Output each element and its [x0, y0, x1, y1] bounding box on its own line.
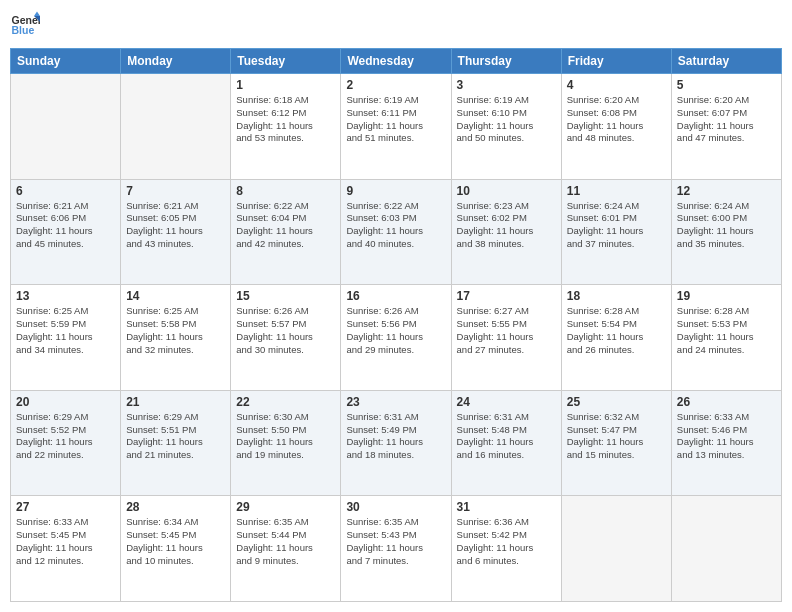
day-info: Sunrise: 6:32 AM Sunset: 5:47 PM Dayligh…: [567, 411, 666, 462]
day-number: 31: [457, 500, 556, 514]
calendar-cell: 17Sunrise: 6:27 AM Sunset: 5:55 PM Dayli…: [451, 285, 561, 391]
calendar-cell: 29Sunrise: 6:35 AM Sunset: 5:44 PM Dayli…: [231, 496, 341, 602]
calendar-table: SundayMondayTuesdayWednesdayThursdayFrid…: [10, 48, 782, 602]
weekday-header-monday: Monday: [121, 49, 231, 74]
calendar-cell: 14Sunrise: 6:25 AM Sunset: 5:58 PM Dayli…: [121, 285, 231, 391]
day-info: Sunrise: 6:20 AM Sunset: 6:07 PM Dayligh…: [677, 94, 776, 145]
day-info: Sunrise: 6:21 AM Sunset: 6:06 PM Dayligh…: [16, 200, 115, 251]
calendar-cell: 7Sunrise: 6:21 AM Sunset: 6:05 PM Daylig…: [121, 179, 231, 285]
day-number: 7: [126, 184, 225, 198]
calendar-cell: 11Sunrise: 6:24 AM Sunset: 6:01 PM Dayli…: [561, 179, 671, 285]
day-info: Sunrise: 6:33 AM Sunset: 5:46 PM Dayligh…: [677, 411, 776, 462]
day-info: Sunrise: 6:26 AM Sunset: 5:57 PM Dayligh…: [236, 305, 335, 356]
week-row-4: 20Sunrise: 6:29 AM Sunset: 5:52 PM Dayli…: [11, 390, 782, 496]
day-number: 21: [126, 395, 225, 409]
day-info: Sunrise: 6:27 AM Sunset: 5:55 PM Dayligh…: [457, 305, 556, 356]
day-info: Sunrise: 6:29 AM Sunset: 5:51 PM Dayligh…: [126, 411, 225, 462]
day-info: Sunrise: 6:22 AM Sunset: 6:04 PM Dayligh…: [236, 200, 335, 251]
day-number: 17: [457, 289, 556, 303]
calendar-cell: 13Sunrise: 6:25 AM Sunset: 5:59 PM Dayli…: [11, 285, 121, 391]
day-number: 28: [126, 500, 225, 514]
weekday-header-wednesday: Wednesday: [341, 49, 451, 74]
calendar-cell: 28Sunrise: 6:34 AM Sunset: 5:45 PM Dayli…: [121, 496, 231, 602]
week-row-5: 27Sunrise: 6:33 AM Sunset: 5:45 PM Dayli…: [11, 496, 782, 602]
calendar-cell: [121, 74, 231, 180]
day-number: 26: [677, 395, 776, 409]
calendar-cell: 6Sunrise: 6:21 AM Sunset: 6:06 PM Daylig…: [11, 179, 121, 285]
day-number: 2: [346, 78, 445, 92]
calendar-cell: 18Sunrise: 6:28 AM Sunset: 5:54 PM Dayli…: [561, 285, 671, 391]
day-info: Sunrise: 6:31 AM Sunset: 5:48 PM Dayligh…: [457, 411, 556, 462]
day-number: 3: [457, 78, 556, 92]
day-number: 24: [457, 395, 556, 409]
day-info: Sunrise: 6:23 AM Sunset: 6:02 PM Dayligh…: [457, 200, 556, 251]
day-info: Sunrise: 6:33 AM Sunset: 5:45 PM Dayligh…: [16, 516, 115, 567]
day-number: 16: [346, 289, 445, 303]
logo: General Blue: [10, 10, 40, 40]
day-info: Sunrise: 6:20 AM Sunset: 6:08 PM Dayligh…: [567, 94, 666, 145]
calendar-cell: 15Sunrise: 6:26 AM Sunset: 5:57 PM Dayli…: [231, 285, 341, 391]
day-info: Sunrise: 6:21 AM Sunset: 6:05 PM Dayligh…: [126, 200, 225, 251]
day-number: 6: [16, 184, 115, 198]
day-info: Sunrise: 6:36 AM Sunset: 5:42 PM Dayligh…: [457, 516, 556, 567]
day-info: Sunrise: 6:35 AM Sunset: 5:44 PM Dayligh…: [236, 516, 335, 567]
weekday-header-thursday: Thursday: [451, 49, 561, 74]
calendar-cell: 26Sunrise: 6:33 AM Sunset: 5:46 PM Dayli…: [671, 390, 781, 496]
calendar-cell: 5Sunrise: 6:20 AM Sunset: 6:07 PM Daylig…: [671, 74, 781, 180]
calendar-cell: 24Sunrise: 6:31 AM Sunset: 5:48 PM Dayli…: [451, 390, 561, 496]
day-number: 1: [236, 78, 335, 92]
day-number: 5: [677, 78, 776, 92]
day-info: Sunrise: 6:22 AM Sunset: 6:03 PM Dayligh…: [346, 200, 445, 251]
calendar-cell: 9Sunrise: 6:22 AM Sunset: 6:03 PM Daylig…: [341, 179, 451, 285]
calendar-cell: 12Sunrise: 6:24 AM Sunset: 6:00 PM Dayli…: [671, 179, 781, 285]
day-number: 30: [346, 500, 445, 514]
day-info: Sunrise: 6:25 AM Sunset: 5:59 PM Dayligh…: [16, 305, 115, 356]
day-number: 14: [126, 289, 225, 303]
day-info: Sunrise: 6:29 AM Sunset: 5:52 PM Dayligh…: [16, 411, 115, 462]
day-number: 27: [16, 500, 115, 514]
day-number: 18: [567, 289, 666, 303]
header: General Blue: [10, 10, 782, 40]
day-info: Sunrise: 6:19 AM Sunset: 6:10 PM Dayligh…: [457, 94, 556, 145]
day-number: 11: [567, 184, 666, 198]
week-row-2: 6Sunrise: 6:21 AM Sunset: 6:06 PM Daylig…: [11, 179, 782, 285]
weekday-header-sunday: Sunday: [11, 49, 121, 74]
day-number: 20: [16, 395, 115, 409]
weekday-header-friday: Friday: [561, 49, 671, 74]
day-info: Sunrise: 6:28 AM Sunset: 5:53 PM Dayligh…: [677, 305, 776, 356]
calendar-cell: 22Sunrise: 6:30 AM Sunset: 5:50 PM Dayli…: [231, 390, 341, 496]
week-row-3: 13Sunrise: 6:25 AM Sunset: 5:59 PM Dayli…: [11, 285, 782, 391]
day-number: 4: [567, 78, 666, 92]
calendar-cell: 19Sunrise: 6:28 AM Sunset: 5:53 PM Dayli…: [671, 285, 781, 391]
day-number: 19: [677, 289, 776, 303]
day-info: Sunrise: 6:19 AM Sunset: 6:11 PM Dayligh…: [346, 94, 445, 145]
day-info: Sunrise: 6:24 AM Sunset: 6:00 PM Dayligh…: [677, 200, 776, 251]
day-info: Sunrise: 6:30 AM Sunset: 5:50 PM Dayligh…: [236, 411, 335, 462]
page: General Blue SundayMondayTuesdayWednesda…: [0, 0, 792, 612]
day-info: Sunrise: 6:18 AM Sunset: 6:12 PM Dayligh…: [236, 94, 335, 145]
calendar-cell: 31Sunrise: 6:36 AM Sunset: 5:42 PM Dayli…: [451, 496, 561, 602]
svg-text:Blue: Blue: [12, 24, 35, 36]
calendar-cell: 3Sunrise: 6:19 AM Sunset: 6:10 PM Daylig…: [451, 74, 561, 180]
calendar-cell: 1Sunrise: 6:18 AM Sunset: 6:12 PM Daylig…: [231, 74, 341, 180]
calendar-cell: [561, 496, 671, 602]
day-number: 15: [236, 289, 335, 303]
calendar-cell: 30Sunrise: 6:35 AM Sunset: 5:43 PM Dayli…: [341, 496, 451, 602]
day-info: Sunrise: 6:25 AM Sunset: 5:58 PM Dayligh…: [126, 305, 225, 356]
day-info: Sunrise: 6:26 AM Sunset: 5:56 PM Dayligh…: [346, 305, 445, 356]
calendar-cell: 16Sunrise: 6:26 AM Sunset: 5:56 PM Dayli…: [341, 285, 451, 391]
day-number: 23: [346, 395, 445, 409]
calendar-cell: 20Sunrise: 6:29 AM Sunset: 5:52 PM Dayli…: [11, 390, 121, 496]
calendar-cell: [11, 74, 121, 180]
logo-icon: General Blue: [10, 10, 40, 40]
day-info: Sunrise: 6:35 AM Sunset: 5:43 PM Dayligh…: [346, 516, 445, 567]
calendar-cell: 27Sunrise: 6:33 AM Sunset: 5:45 PM Dayli…: [11, 496, 121, 602]
day-info: Sunrise: 6:31 AM Sunset: 5:49 PM Dayligh…: [346, 411, 445, 462]
day-info: Sunrise: 6:24 AM Sunset: 6:01 PM Dayligh…: [567, 200, 666, 251]
calendar-cell: 10Sunrise: 6:23 AM Sunset: 6:02 PM Dayli…: [451, 179, 561, 285]
calendar-cell: 8Sunrise: 6:22 AM Sunset: 6:04 PM Daylig…: [231, 179, 341, 285]
day-number: 22: [236, 395, 335, 409]
day-number: 13: [16, 289, 115, 303]
day-info: Sunrise: 6:28 AM Sunset: 5:54 PM Dayligh…: [567, 305, 666, 356]
calendar-cell: [671, 496, 781, 602]
